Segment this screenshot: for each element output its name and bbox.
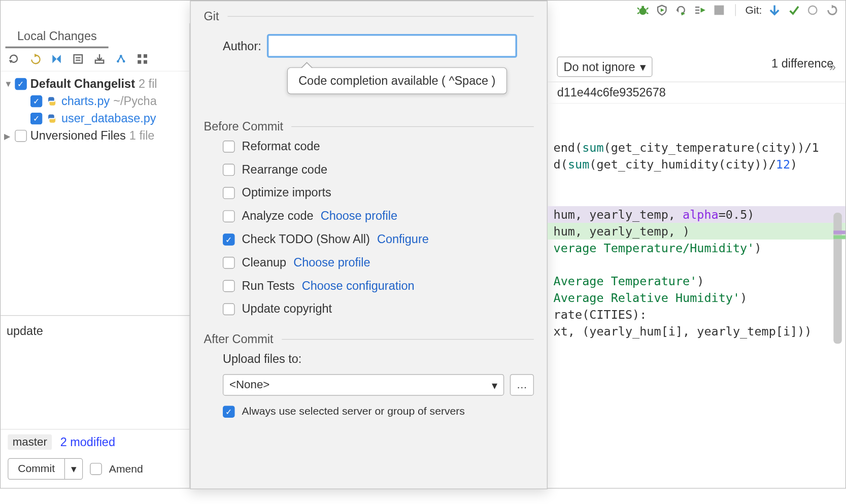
check-runtests[interactable]: Run Tests Choose configuration: [223, 279, 534, 292]
svg-rect-10: [695, 10, 699, 11]
file-row[interactable]: ✓ user_database.py: [2, 110, 188, 127]
rerun-icon[interactable]: [674, 4, 688, 17]
checkbox-unversioned[interactable]: [15, 129, 26, 141]
upload-value: <None>: [229, 378, 269, 391]
branch-badge[interactable]: master: [8, 434, 52, 450]
step-run-icon[interactable]: [693, 4, 706, 17]
file-name: charts.py: [61, 94, 110, 108]
commit-options-popup: Git Author: Code completion available ( …: [190, 1, 547, 489]
check-cleanup[interactable]: Cleanup Choose profile: [223, 256, 534, 270]
view-options-icon[interactable]: [137, 53, 150, 66]
unversioned-row[interactable]: ▶ Unversioned Files 1 file: [2, 127, 188, 144]
app-window: Git: Local Changes ▼ ✓ Default Ch: [0, 0, 846, 489]
svg-rect-29: [138, 54, 141, 58]
svg-marker-17: [52, 55, 56, 63]
changelist-name: Default Changelist: [30, 77, 135, 90]
svg-point-0: [639, 8, 647, 15]
check-todo[interactable]: ✓Check TODO (Show All) Configure: [223, 232, 534, 246]
chevron-down-icon: ▼: [4, 79, 11, 89]
cleanup-profile-link[interactable]: Choose profile: [293, 256, 370, 270]
before-commit-list: Reformat code Rearrange code Optimize im…: [223, 140, 534, 316]
unversioned-label: Unversioned Files: [30, 129, 126, 143]
history-icon[interactable]: [806, 4, 819, 17]
revert-icon[interactable]: [825, 4, 838, 17]
svg-rect-9: [695, 7, 699, 8]
shield-run-icon[interactable]: [655, 4, 668, 17]
svg-marker-18: [57, 55, 61, 63]
check-copyright[interactable]: Update copyright: [223, 302, 534, 316]
tab-local-changes[interactable]: Local Changes: [6, 23, 109, 48]
diff-viewer: Do not ignore▾ » 1 difference d11e44c6fe…: [548, 52, 845, 488]
svg-rect-1: [641, 6, 644, 9]
svg-rect-31: [138, 60, 141, 64]
diff-icon[interactable]: [51, 53, 64, 66]
svg-rect-30: [144, 54, 147, 58]
vcs-commit-icon[interactable]: [787, 4, 800, 17]
bug-icon[interactable]: [636, 4, 650, 17]
stop-icon[interactable]: [713, 4, 726, 17]
file-path: ~/Pycha: [113, 94, 156, 108]
modified-link[interactable]: 2 modified: [60, 435, 115, 449]
git-section-title: Git: [204, 10, 533, 23]
changelist-icon[interactable]: [72, 53, 85, 66]
check-rearrange[interactable]: Rearrange code: [223, 162, 534, 176]
code-view[interactable]: end(sum(get_city_temperature(city))/1 d(…: [548, 104, 845, 340]
checkbox-file[interactable]: ✓: [30, 95, 42, 107]
unversioned-count: 1 file: [129, 129, 155, 143]
vcs-update-icon[interactable]: [768, 4, 781, 17]
diff-marker-bar: [833, 230, 845, 240]
tests-config-link[interactable]: Choose configuration: [302, 279, 415, 292]
checkbox-file[interactable]: ✓: [30, 112, 42, 124]
checkbox-changelist[interactable]: ✓: [15, 78, 26, 89]
check-analyze[interactable]: Analyze code Choose profile: [223, 209, 534, 223]
upload-target-select[interactable]: <None> ▾: [223, 374, 504, 395]
after-commit-title: After Commit: [204, 332, 533, 346]
commit-button[interactable]: Commit ▾: [8, 458, 83, 480]
git-label: Git:: [746, 4, 762, 17]
file-row[interactable]: ✓ charts.py ~/Pycha: [2, 92, 188, 110]
always-use-server-check[interactable]: ✓Always use selected server or group of …: [223, 405, 534, 418]
group-icon[interactable]: [115, 53, 128, 66]
chevron-down-icon: ▾: [492, 378, 498, 392]
svg-line-3: [647, 8, 649, 10]
svg-line-28: [121, 56, 124, 61]
svg-line-4: [637, 13, 639, 14]
svg-marker-12: [701, 8, 705, 12]
svg-line-27: [118, 56, 121, 61]
commit-footer: master 2 modified Commit ▾ Amend: [1, 429, 190, 488]
analyze-profile-link[interactable]: Choose profile: [321, 209, 397, 223]
amend-checkbox[interactable]: [90, 463, 101, 475]
todo-configure-link[interactable]: Configure: [377, 232, 429, 246]
upload-more-button[interactable]: …: [510, 374, 534, 395]
check-optimize[interactable]: Optimize imports: [223, 186, 534, 199]
refresh-icon[interactable]: [8, 53, 21, 66]
diff-count: 1 difference: [771, 57, 833, 71]
before-commit-title: Before Commit: [204, 120, 533, 133]
changes-toolbar: [1, 48, 189, 72]
changes-tree: ▼ ✓ Default Changelist 2 fil ✓ charts.py…: [1, 72, 189, 148]
chevron-down-icon: ▾: [640, 59, 646, 74]
upload-label: Upload files to:: [223, 352, 534, 366]
svg-line-5: [647, 13, 649, 14]
shelve-icon[interactable]: [93, 53, 107, 66]
ignore-whitespace-select[interactable]: Do not ignore▾: [557, 57, 653, 77]
amend-label: Amend: [109, 463, 143, 476]
commit-dropdown-icon[interactable]: ▾: [65, 459, 82, 479]
changelist-row[interactable]: ▼ ✓ Default Changelist 2 fil: [2, 75, 188, 92]
svg-rect-19: [74, 55, 82, 63]
chevron-right-icon: ▶: [4, 131, 11, 141]
completion-tooltip: Code completion available ( ^Space ): [287, 68, 507, 94]
python-file-icon: [46, 95, 57, 107]
author-input[interactable]: [267, 34, 517, 58]
svg-marker-6: [661, 8, 664, 12]
rollback-icon[interactable]: [29, 53, 43, 66]
python-file-icon: [46, 112, 57, 124]
svg-rect-32: [144, 60, 147, 64]
commit-message-input[interactable]: update: [1, 315, 190, 422]
top-toolbar: Git:: [636, 1, 845, 20]
check-reformat[interactable]: Reformat code: [223, 140, 534, 153]
commit-button-label: Commit: [8, 459, 65, 479]
svg-marker-16: [35, 54, 38, 57]
changelist-count: 2 fil: [139, 77, 157, 90]
author-label: Author:: [223, 39, 261, 53]
